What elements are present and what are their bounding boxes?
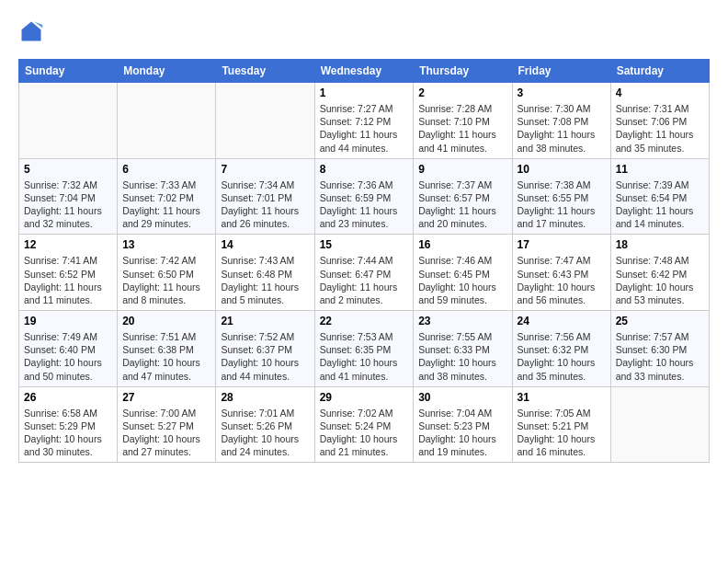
day-info: Sunrise: 7:57 AM Sunset: 6:30 PM Dayligh… bbox=[616, 330, 704, 383]
day-info: Sunrise: 7:33 AM Sunset: 7:02 PM Dayligh… bbox=[122, 178, 210, 231]
calendar-cell: 23Sunrise: 7:55 AM Sunset: 6:33 PM Dayli… bbox=[414, 311, 512, 387]
day-info: Sunrise: 7:04 AM Sunset: 5:23 PM Dayligh… bbox=[418, 407, 506, 459]
day-number: 1 bbox=[320, 86, 409, 99]
day-info: Sunrise: 7:42 AM Sunset: 6:50 PM Dayligh… bbox=[122, 254, 210, 306]
day-number: 30 bbox=[418, 391, 506, 404]
calendar-cell: 24Sunrise: 7:56 AM Sunset: 6:32 PM Dayli… bbox=[512, 311, 610, 387]
day-number: 9 bbox=[418, 163, 506, 176]
calendar-cell bbox=[610, 386, 709, 463]
day-info: Sunrise: 7:01 AM Sunset: 5:26 PM Dayligh… bbox=[221, 407, 309, 459]
day-info: Sunrise: 7:39 AM Sunset: 6:54 PM Dayligh… bbox=[616, 178, 704, 231]
calendar-cell: 8Sunrise: 7:36 AM Sunset: 6:59 PM Daylig… bbox=[314, 158, 414, 235]
day-number: 6 bbox=[122, 163, 210, 176]
day-info: Sunrise: 7:52 AM Sunset: 6:37 PM Dayligh… bbox=[221, 330, 309, 383]
day-info: Sunrise: 7:00 AM Sunset: 5:27 PM Dayligh… bbox=[122, 407, 210, 459]
day-number: 15 bbox=[320, 238, 409, 251]
calendar-cell: 31Sunrise: 7:05 AM Sunset: 5:21 PM Dayli… bbox=[512, 386, 610, 463]
calendar-cell: 16Sunrise: 7:46 AM Sunset: 6:45 PM Dayli… bbox=[414, 235, 512, 311]
day-number: 29 bbox=[320, 391, 409, 404]
day-number: 7 bbox=[221, 163, 309, 176]
day-number: 13 bbox=[122, 238, 210, 251]
calendar-cell: 28Sunrise: 7:01 AM Sunset: 5:26 PM Dayli… bbox=[216, 386, 314, 463]
day-info: Sunrise: 7:47 AM Sunset: 6:43 PM Dayligh… bbox=[518, 254, 606, 306]
day-number: 12 bbox=[24, 238, 112, 251]
day-info: Sunrise: 7:36 AM Sunset: 6:59 PM Dayligh… bbox=[320, 178, 409, 231]
calendar-cell: 15Sunrise: 7:44 AM Sunset: 6:47 PM Dayli… bbox=[314, 235, 414, 311]
day-info: Sunrise: 7:49 AM Sunset: 6:40 PM Dayligh… bbox=[24, 330, 112, 383]
page-header bbox=[18, 18, 710, 44]
calendar-week-row: 26Sunrise: 6:58 AM Sunset: 5:29 PM Dayli… bbox=[19, 386, 710, 463]
day-info: Sunrise: 7:32 AM Sunset: 7:04 PM Dayligh… bbox=[24, 178, 112, 231]
calendar-cell: 10Sunrise: 7:38 AM Sunset: 6:55 PM Dayli… bbox=[512, 158, 610, 235]
day-number: 17 bbox=[518, 238, 606, 251]
calendar-header-row: SundayMondayTuesdayWednesdayThursdayFrid… bbox=[19, 60, 710, 83]
calendar-cell: 29Sunrise: 7:02 AM Sunset: 5:24 PM Dayli… bbox=[314, 386, 414, 463]
calendar-table: SundayMondayTuesdayWednesdayThursdayFrid… bbox=[18, 59, 710, 463]
day-number: 16 bbox=[418, 238, 506, 251]
calendar-cell: 14Sunrise: 7:43 AM Sunset: 6:48 PM Dayli… bbox=[216, 235, 314, 311]
day-info: Sunrise: 7:05 AM Sunset: 5:21 PM Dayligh… bbox=[518, 407, 606, 459]
day-number: 19 bbox=[24, 315, 112, 327]
day-number: 18 bbox=[616, 238, 704, 251]
calendar-cell: 9Sunrise: 7:37 AM Sunset: 6:57 PM Daylig… bbox=[414, 158, 512, 235]
calendar-cell: 12Sunrise: 7:41 AM Sunset: 6:52 PM Dayli… bbox=[19, 235, 118, 311]
day-number: 24 bbox=[518, 315, 606, 327]
calendar-cell bbox=[118, 83, 216, 159]
calendar-cell: 17Sunrise: 7:47 AM Sunset: 6:43 PM Dayli… bbox=[512, 235, 610, 311]
day-number: 8 bbox=[320, 163, 409, 176]
col-header-wednesday: Wednesday bbox=[314, 60, 414, 83]
calendar-cell: 30Sunrise: 7:04 AM Sunset: 5:23 PM Dayli… bbox=[414, 386, 512, 463]
day-number: 21 bbox=[221, 315, 309, 327]
day-number: 4 bbox=[616, 86, 704, 99]
col-header-saturday: Saturday bbox=[610, 60, 709, 83]
calendar-cell: 26Sunrise: 6:58 AM Sunset: 5:29 PM Dayli… bbox=[19, 386, 118, 463]
calendar-cell: 13Sunrise: 7:42 AM Sunset: 6:50 PM Dayli… bbox=[118, 235, 216, 311]
calendar-week-row: 19Sunrise: 7:49 AM Sunset: 6:40 PM Dayli… bbox=[19, 311, 710, 387]
day-number: 2 bbox=[418, 86, 506, 99]
svg-marker-0 bbox=[22, 22, 41, 41]
day-number: 23 bbox=[418, 315, 506, 327]
calendar-cell: 21Sunrise: 7:52 AM Sunset: 6:37 PM Dayli… bbox=[216, 311, 314, 387]
day-number: 20 bbox=[122, 315, 210, 327]
calendar-cell: 11Sunrise: 7:39 AM Sunset: 6:54 PM Dayli… bbox=[610, 158, 709, 235]
day-number: 22 bbox=[320, 315, 409, 327]
day-info: Sunrise: 7:37 AM Sunset: 6:57 PM Dayligh… bbox=[418, 178, 506, 231]
calendar-cell bbox=[19, 83, 118, 159]
calendar-cell: 18Sunrise: 7:48 AM Sunset: 6:42 PM Dayli… bbox=[610, 235, 709, 311]
calendar-cell: 22Sunrise: 7:53 AM Sunset: 6:35 PM Dayli… bbox=[314, 311, 414, 387]
calendar-cell: 2Sunrise: 7:28 AM Sunset: 7:10 PM Daylig… bbox=[414, 83, 512, 159]
day-info: Sunrise: 7:27 AM Sunset: 7:12 PM Dayligh… bbox=[320, 102, 409, 155]
logo bbox=[18, 18, 48, 44]
day-info: Sunrise: 7:56 AM Sunset: 6:32 PM Dayligh… bbox=[518, 330, 606, 383]
day-info: Sunrise: 6:58 AM Sunset: 5:29 PM Dayligh… bbox=[24, 407, 112, 459]
calendar-week-row: 1Sunrise: 7:27 AM Sunset: 7:12 PM Daylig… bbox=[19, 83, 710, 159]
calendar-week-row: 5Sunrise: 7:32 AM Sunset: 7:04 PM Daylig… bbox=[19, 158, 710, 235]
day-info: Sunrise: 7:55 AM Sunset: 6:33 PM Dayligh… bbox=[418, 330, 506, 383]
calendar-cell: 1Sunrise: 7:27 AM Sunset: 7:12 PM Daylig… bbox=[314, 83, 414, 159]
col-header-monday: Monday bbox=[118, 60, 216, 83]
day-number: 5 bbox=[24, 163, 112, 176]
day-number: 28 bbox=[221, 391, 309, 404]
calendar-cell: 4Sunrise: 7:31 AM Sunset: 7:06 PM Daylig… bbox=[610, 83, 709, 159]
day-info: Sunrise: 7:46 AM Sunset: 6:45 PM Dayligh… bbox=[418, 254, 506, 306]
day-info: Sunrise: 7:31 AM Sunset: 7:06 PM Dayligh… bbox=[616, 102, 704, 155]
day-info: Sunrise: 7:51 AM Sunset: 6:38 PM Dayligh… bbox=[122, 330, 210, 383]
day-number: 31 bbox=[518, 391, 606, 404]
day-number: 25 bbox=[616, 315, 704, 327]
day-number: 3 bbox=[518, 86, 606, 99]
col-header-friday: Friday bbox=[512, 60, 610, 83]
day-info: Sunrise: 7:28 AM Sunset: 7:10 PM Dayligh… bbox=[418, 102, 506, 155]
calendar-cell: 25Sunrise: 7:57 AM Sunset: 6:30 PM Dayli… bbox=[610, 311, 709, 387]
day-info: Sunrise: 7:34 AM Sunset: 7:01 PM Dayligh… bbox=[221, 178, 309, 231]
day-info: Sunrise: 7:44 AM Sunset: 6:47 PM Dayligh… bbox=[320, 254, 409, 306]
day-info: Sunrise: 7:53 AM Sunset: 6:35 PM Dayligh… bbox=[320, 330, 409, 383]
calendar-cell bbox=[216, 83, 314, 159]
col-header-sunday: Sunday bbox=[19, 60, 118, 83]
calendar-week-row: 12Sunrise: 7:41 AM Sunset: 6:52 PM Dayli… bbox=[19, 235, 710, 311]
day-info: Sunrise: 7:48 AM Sunset: 6:42 PM Dayligh… bbox=[616, 254, 704, 306]
day-number: 14 bbox=[221, 238, 309, 251]
calendar-cell: 20Sunrise: 7:51 AM Sunset: 6:38 PM Dayli… bbox=[118, 311, 216, 387]
calendar-cell: 19Sunrise: 7:49 AM Sunset: 6:40 PM Dayli… bbox=[19, 311, 118, 387]
calendar-cell: 7Sunrise: 7:34 AM Sunset: 7:01 PM Daylig… bbox=[216, 158, 314, 235]
calendar-cell: 27Sunrise: 7:00 AM Sunset: 5:27 PM Dayli… bbox=[118, 386, 216, 463]
